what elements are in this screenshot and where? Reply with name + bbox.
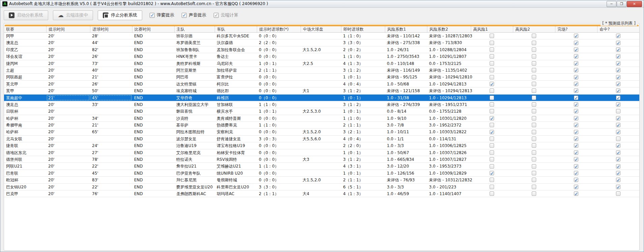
finished-checkbox[interactable]	[574, 171, 578, 175]
hit-checkbox[interactable]	[616, 123, 620, 127]
finished-checkbox[interactable]	[574, 88, 578, 93]
minimize-button[interactable]: ─	[607, 1, 616, 7]
hit-checkbox[interactable]	[616, 54, 620, 59]
finished-checkbox[interactable]	[574, 82, 578, 86]
restore-button[interactable]: ❐	[617, 1, 626, 7]
high-risk2-checkbox[interactable]	[532, 143, 536, 148]
finished-checkbox[interactable]	[574, 102, 578, 107]
hit-checkbox[interactable]	[616, 109, 620, 113]
finished-checkbox[interactable]	[574, 116, 578, 120]
high-risk1-checkbox[interactable]	[490, 34, 494, 38]
hit-checkbox[interactable]	[616, 82, 620, 86]
finished-checkbox[interactable]	[574, 137, 578, 141]
high-risk2-checkbox[interactable]	[532, 54, 536, 59]
high-risk2-checkbox[interactable]	[532, 137, 536, 141]
high-risk2-checkbox[interactable]	[532, 150, 536, 155]
hit-checkbox[interactable]	[616, 191, 620, 196]
table-row[interactable]: 英北甲20'26'END达文特里镇柯尔比0（0：0）4（0：4）1.0 - 50…	[4, 81, 639, 87]
high-risk2-checkbox[interactable]	[532, 109, 536, 113]
finished-checkbox[interactable]	[574, 150, 578, 155]
high-risk2-checkbox[interactable]	[532, 185, 536, 189]
table-row[interactable]: 巴克甲20'76'END圣弗朗西斯科AC胡玛塔AC2（1：1）大44（1：3）1…	[4, 190, 639, 197]
table-row[interactable]: 北马女联20'END波尔瑟女足舒肯迪捷女足3（0：3）大5.5,6.04（0：4…	[4, 136, 639, 142]
table-row[interactable]: 阿甲20'28'END班菲尔德科尔多瓦中央SDE0（0：0）1（1：0）未评估 …	[4, 33, 639, 39]
high-risk2-checkbox[interactable]	[532, 157, 536, 161]
finished-checkbox[interactable]	[574, 61, 578, 66]
high-risk1-checkbox[interactable]	[490, 41, 494, 45]
finished-checkbox[interactable]	[574, 75, 578, 79]
hit-checkbox[interactable]	[616, 75, 620, 79]
high-risk2-checkbox[interactable]	[532, 178, 536, 182]
finished-checkbox[interactable]	[574, 123, 578, 127]
hit-checkbox[interactable]	[616, 68, 620, 72]
stop-analysis-button[interactable]: 停止分析系统	[98, 10, 142, 20]
hit-checkbox[interactable]	[616, 96, 620, 100]
finished-checkbox[interactable]	[574, 164, 578, 169]
high-risk2-checkbox[interactable]	[532, 88, 536, 93]
finished-checkbox[interactable]	[574, 130, 578, 134]
hit-checkbox[interactable]	[616, 47, 620, 52]
hit-checkbox[interactable]	[616, 185, 620, 189]
high-risk1-checkbox[interactable]	[490, 47, 494, 52]
high-risk1-checkbox[interactable]	[490, 164, 494, 169]
high-risk2-checkbox[interactable]	[532, 164, 536, 169]
table-row[interactable]: 球会友谊20'26'ENDHNK哥里卡鲁达士0（0：0）1（1：0）1.0 - …	[4, 53, 639, 60]
table-row[interactable]: 巴女锦U2020'22'END费罗维里亚女足U20科里蒂巴女足U203（3：0）…	[4, 184, 639, 190]
table-row[interactable]: 英甲20'50'END埃克塞特城德比郡0（0：0）大13（1：2）未评估 - 1…	[4, 87, 639, 94]
high-risk1-checkbox[interactable]	[490, 109, 494, 113]
finished-checkbox[interactable]	[574, 157, 578, 161]
high-risk1-checkbox[interactable]	[490, 191, 494, 196]
high-risk2-checkbox[interactable]	[532, 61, 536, 66]
high-risk2-checkbox[interactable]	[532, 123, 536, 127]
high-risk2-checkbox[interactable]	[532, 82, 536, 86]
finished-checkbox[interactable]	[574, 96, 578, 100]
table-row[interactable]: 阿联酋超20'21'END阿巴塔富查伊拉0（0：0）1（0：1）未评估 - 95…	[4, 74, 639, 80]
high-risk2-checkbox[interactable]	[532, 191, 536, 196]
hit-checkbox[interactable]	[616, 164, 620, 169]
finished-checkbox[interactable]	[574, 143, 578, 148]
table-row[interactable]: 捷丙M20'73'END奥特罗科维斯乌尼邱夫1（0：1）大2.54（1：3）0.…	[4, 60, 639, 67]
finished-checkbox[interactable]	[574, 34, 578, 38]
table-row[interactable]: 德堡州联20'78'END特拉诺夫RSV埃因特0（0：0）大33（1：2）1.0…	[4, 156, 639, 163]
high-risk2-checkbox[interactable]	[532, 68, 536, 72]
hit-checkbox[interactable]	[616, 130, 620, 134]
high-risk2-checkbox[interactable]	[532, 47, 536, 52]
table-row[interactable]: 印度乙20'82'END班加鲁鲁B队孟加拉鲁联合会0（0：0）大1.5,2.02…	[4, 46, 639, 53]
table-row[interactable]: 哈萨杯20'34'END沙克特奥肯咸特普斯0（0：0）1（1：0）1.0 - 9…	[4, 115, 639, 122]
hit-checkbox[interactable]	[616, 61, 620, 66]
hit-checkbox[interactable]	[616, 157, 620, 161]
high-risk1-checkbox[interactable]	[490, 171, 494, 175]
cloud-connect-button[interactable]: ☁ 云端连接中	[53, 10, 93, 20]
high-risk2-checkbox[interactable]	[532, 41, 536, 45]
high-risk1-checkbox[interactable]	[490, 185, 494, 189]
high-risk1-checkbox[interactable]	[490, 68, 494, 72]
hit-checkbox[interactable]	[616, 137, 620, 141]
hit-checkbox[interactable]	[616, 102, 620, 107]
finished-checkbox[interactable]	[574, 47, 578, 52]
high-risk1-checkbox[interactable]	[490, 123, 494, 127]
close-button[interactable]: ✕	[627, 1, 642, 7]
hit-checkbox[interactable]	[616, 34, 620, 38]
high-risk1-checkbox[interactable]	[490, 116, 494, 120]
high-risk1-checkbox[interactable]	[490, 61, 494, 66]
high-risk1-checkbox[interactable]	[490, 54, 494, 59]
table-row[interactable]: 澳足总20'33'END澳大利亚国立大学甘加林联1（1：0）3（1：2）未评估 …	[4, 101, 639, 108]
finished-checkbox[interactable]	[574, 109, 578, 113]
high-risk1-checkbox[interactable]	[490, 130, 494, 134]
table-row[interactable]: 土超20'40'END阿兰亚斯堡加拉塔萨雷2（1：1）3（1：2）未评估 - 1…	[4, 67, 639, 74]
popup-alert-checkbox[interactable]: 弹窗提示	[150, 12, 174, 18]
table-row[interactable]: 阿联U2120'22'END詹辛拉U21艾维赫达U211（1：0）4（3：1）3…	[4, 163, 639, 170]
high-risk2-checkbox[interactable]	[532, 130, 536, 134]
table-row[interactable]: 哈萨杯20'65'END阿拉木图凯拉特安察利克0（0：0）大1.5,2.03（2…	[4, 129, 639, 135]
high-risk1-checkbox[interactable]	[490, 102, 494, 107]
hit-checkbox[interactable]	[616, 178, 620, 182]
hit-checkbox[interactable]	[616, 150, 620, 155]
table-row[interactable]: 英南超中21'45'END艾华乔奇科维历0（0：0）1（0：1）1.0 - 31…	[4, 95, 639, 101]
hit-checkbox[interactable]	[616, 116, 620, 120]
finished-checkbox[interactable]	[574, 191, 578, 196]
high-risk2-checkbox[interactable]	[532, 75, 536, 79]
hit-checkbox[interactable]	[616, 88, 620, 93]
finished-checkbox[interactable]	[574, 68, 578, 72]
high-risk2-checkbox[interactable]	[532, 96, 536, 100]
table-row[interactable]: 希腊甲南20'21'END基菲萨勃德费蒂克1（1：0）2（1：1）3.0 - 7…	[4, 122, 639, 129]
